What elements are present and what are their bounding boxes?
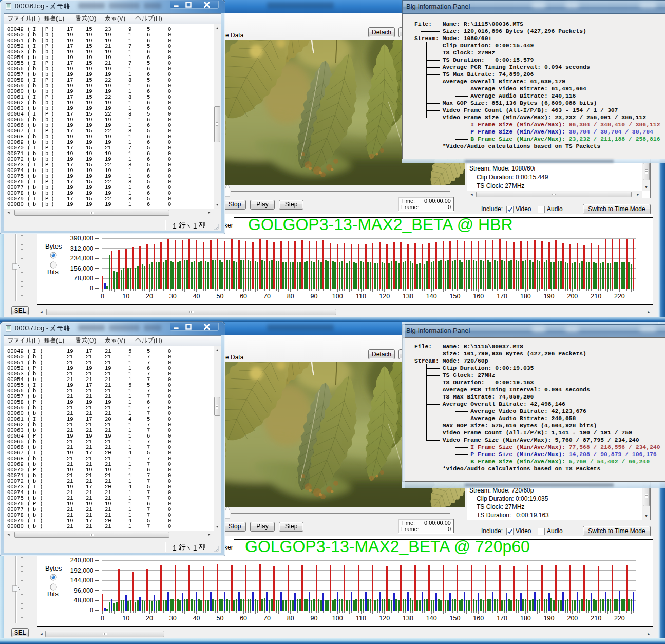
svg-text:40: 40	[193, 615, 200, 622]
svg-text:0: 0	[90, 607, 93, 614]
svg-text:30: 30	[169, 293, 177, 300]
svg-text:120: 120	[379, 293, 390, 300]
svg-text:100: 100	[332, 293, 343, 300]
svg-text:96,000: 96,000	[74, 587, 93, 594]
svg-text:48,000: 48,000	[74, 597, 93, 604]
svg-text:80: 80	[287, 293, 294, 300]
svg-text:0: 0	[90, 285, 93, 292]
svg-text:390,000: 390,000	[70, 235, 93, 242]
svg-text:140: 140	[426, 293, 437, 300]
svg-text:120: 120	[379, 615, 390, 622]
svg-text:200: 200	[567, 615, 578, 622]
svg-text:156,000: 156,000	[70, 265, 93, 272]
svg-text:190: 190	[544, 293, 555, 300]
svg-text:70: 70	[263, 293, 271, 300]
svg-text:50: 50	[216, 293, 223, 300]
svg-text:30: 30	[169, 615, 177, 622]
svg-text:210: 210	[591, 615, 601, 622]
svg-text:150: 150	[450, 293, 461, 300]
svg-text:190: 190	[544, 615, 555, 622]
svg-text:180: 180	[520, 293, 531, 300]
svg-text:130: 130	[403, 615, 413, 622]
svg-text:200: 200	[567, 293, 578, 300]
svg-text:140: 140	[426, 615, 437, 622]
svg-text:192,000: 192,000	[70, 567, 93, 574]
svg-text:60: 60	[240, 615, 247, 622]
svg-text:50: 50	[216, 615, 223, 622]
svg-text:70: 70	[263, 615, 271, 622]
svg-text:78,000: 78,000	[74, 275, 93, 282]
svg-text:20: 20	[146, 293, 153, 300]
svg-text:100: 100	[332, 615, 343, 622]
svg-text:130: 130	[403, 293, 413, 300]
svg-text:160: 160	[473, 293, 484, 300]
svg-text:110: 110	[356, 615, 366, 622]
svg-text:170: 170	[497, 293, 507, 300]
svg-text:234,000: 234,000	[70, 255, 93, 262]
svg-text:90: 90	[310, 615, 317, 622]
svg-text:10: 10	[122, 293, 129, 300]
svg-text:90: 90	[310, 293, 317, 300]
svg-text:210: 210	[591, 293, 601, 300]
svg-text:80: 80	[287, 615, 294, 622]
svg-text:110: 110	[356, 293, 366, 300]
svg-text:180: 180	[520, 615, 531, 622]
svg-text:20: 20	[146, 615, 153, 622]
svg-text:144,000: 144,000	[70, 577, 93, 584]
svg-text:220: 220	[614, 615, 625, 622]
svg-text:60: 60	[240, 293, 247, 300]
svg-text:150: 150	[450, 615, 461, 622]
svg-text:0: 0	[101, 293, 104, 300]
svg-text:240,000: 240,000	[70, 557, 93, 564]
svg-text:40: 40	[193, 293, 200, 300]
svg-text:312,000: 312,000	[70, 245, 93, 252]
svg-text:220: 220	[614, 293, 625, 300]
svg-text:170: 170	[497, 615, 507, 622]
svg-text:0: 0	[101, 615, 104, 622]
svg-text:10: 10	[122, 615, 129, 622]
svg-text:160: 160	[473, 615, 484, 622]
